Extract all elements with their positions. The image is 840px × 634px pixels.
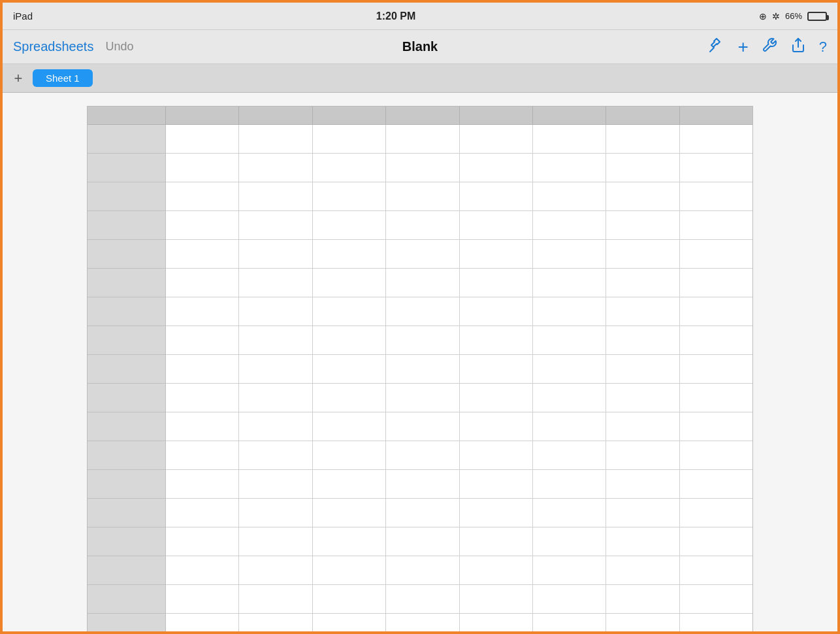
row-header[interactable] <box>88 384 166 412</box>
cell[interactable] <box>680 527 752 556</box>
cell[interactable] <box>533 355 606 384</box>
row-header[interactable] <box>88 614 166 634</box>
row-header[interactable] <box>88 240 166 269</box>
cell[interactable] <box>460 355 533 384</box>
cell[interactable] <box>313 614 386 634</box>
cell[interactable] <box>386 240 459 269</box>
cell[interactable] <box>460 499 533 527</box>
row-header[interactable] <box>88 297 166 326</box>
col-header-h[interactable] <box>680 107 752 125</box>
cell[interactable] <box>460 297 533 326</box>
cell[interactable] <box>460 326 533 355</box>
help-icon[interactable]: ? <box>819 39 827 56</box>
cell[interactable] <box>533 269 606 297</box>
format-icon[interactable] <box>709 37 724 57</box>
cell[interactable] <box>386 154 459 182</box>
cell[interactable] <box>239 527 312 556</box>
cell[interactable] <box>680 499 752 527</box>
cell[interactable] <box>533 211 606 240</box>
cell[interactable] <box>239 182 312 211</box>
row-header[interactable] <box>88 269 166 297</box>
cell[interactable] <box>386 556 459 585</box>
cell[interactable] <box>166 355 239 384</box>
cell[interactable] <box>166 384 239 412</box>
cell[interactable] <box>680 154 752 182</box>
cell[interactable] <box>533 125 606 154</box>
cell[interactable] <box>606 441 679 470</box>
cell[interactable] <box>533 154 606 182</box>
cell[interactable] <box>313 125 386 154</box>
cell[interactable] <box>460 614 533 634</box>
cell[interactable] <box>386 384 459 412</box>
row-header[interactable] <box>88 441 166 470</box>
cell[interactable] <box>313 441 386 470</box>
cell[interactable] <box>166 412 239 441</box>
cell[interactable] <box>313 384 386 412</box>
cell[interactable] <box>166 269 239 297</box>
cell[interactable] <box>386 499 459 527</box>
cell[interactable] <box>533 384 606 412</box>
cell[interactable] <box>680 614 752 634</box>
cell[interactable] <box>460 470 533 499</box>
cell[interactable] <box>533 614 606 634</box>
cell[interactable] <box>680 470 752 499</box>
cell[interactable] <box>606 125 679 154</box>
cell[interactable] <box>606 384 679 412</box>
col-header-d[interactable] <box>386 107 459 125</box>
cell[interactable] <box>533 297 606 326</box>
col-header-f[interactable] <box>533 107 606 125</box>
cell[interactable] <box>680 125 752 154</box>
cell[interactable] <box>313 297 386 326</box>
cell[interactable] <box>313 182 386 211</box>
cell[interactable] <box>533 441 606 470</box>
col-header-a[interactable] <box>166 107 239 125</box>
cell[interactable] <box>533 240 606 269</box>
cell[interactable] <box>239 355 312 384</box>
cell[interactable] <box>239 297 312 326</box>
cell[interactable] <box>680 211 752 240</box>
cell[interactable] <box>680 556 752 585</box>
cell[interactable] <box>313 412 386 441</box>
cell[interactable] <box>166 614 239 634</box>
cell[interactable] <box>606 499 679 527</box>
add-sheet-button[interactable]: + <box>9 69 27 88</box>
col-header-e[interactable] <box>460 107 533 125</box>
cell[interactable] <box>239 154 312 182</box>
cell[interactable] <box>533 182 606 211</box>
cell[interactable] <box>239 614 312 634</box>
cell[interactable] <box>606 240 679 269</box>
sheet-tab-1[interactable]: Sheet 1 <box>33 69 93 87</box>
cell[interactable] <box>166 441 239 470</box>
cell[interactable] <box>460 211 533 240</box>
row-header[interactable] <box>88 154 166 182</box>
cell[interactable] <box>386 326 459 355</box>
cell[interactable] <box>680 585 752 614</box>
cell[interactable] <box>460 125 533 154</box>
cell[interactable] <box>313 470 386 499</box>
cell[interactable] <box>166 470 239 499</box>
cell[interactable] <box>460 441 533 470</box>
cell[interactable] <box>386 182 459 211</box>
col-header-b[interactable] <box>239 107 312 125</box>
cell[interactable] <box>680 182 752 211</box>
cell[interactable] <box>239 240 312 269</box>
cell[interactable] <box>386 125 459 154</box>
cell[interactable] <box>606 297 679 326</box>
cell[interactable] <box>386 355 459 384</box>
cell[interactable] <box>460 269 533 297</box>
cell[interactable] <box>680 240 752 269</box>
cell[interactable] <box>680 355 752 384</box>
spreadsheets-button[interactable]: Spreadsheets <box>13 39 93 54</box>
cell[interactable] <box>166 527 239 556</box>
cell[interactable] <box>239 269 312 297</box>
cell[interactable] <box>166 211 239 240</box>
cell[interactable] <box>239 412 312 441</box>
cell[interactable] <box>313 211 386 240</box>
row-header[interactable] <box>88 182 166 211</box>
cell[interactable] <box>606 182 679 211</box>
cell[interactable] <box>239 585 312 614</box>
cell[interactable] <box>606 269 679 297</box>
cell[interactable] <box>606 470 679 499</box>
cell[interactable] <box>460 412 533 441</box>
cell[interactable] <box>386 527 459 556</box>
